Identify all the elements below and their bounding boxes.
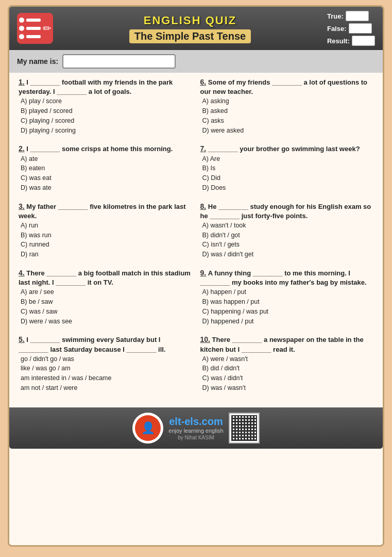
q10-number: 10.: [200, 335, 210, 343]
q6-opt-d: D) were asked: [200, 126, 374, 136]
q8-opt-d: D) was / didn't get: [200, 250, 374, 259]
footer-site: elt-els.com: [168, 416, 223, 428]
question-8: 8. He ________ study enough for his Engl…: [200, 202, 374, 259]
footer-logo-inner: 👤: [135, 415, 161, 441]
q4-opt-b: B) be / saw: [19, 297, 192, 307]
q5-opt-d: am not / start / were: [19, 383, 192, 393]
q4-text: There ________ a big football match in t…: [19, 269, 191, 286]
question-10: 10. There ________ a newspaper on the ta…: [200, 335, 374, 392]
q9-opt-c: C) happening / was put: [200, 307, 374, 317]
q1-opt-a: A) play / score: [19, 96, 192, 106]
footer: 👤 elt-els.com enjoy learning english by …: [9, 407, 383, 449]
question-6: 6. Some of my friends ________ a lot of …: [200, 78, 374, 135]
logo: ✏: [17, 13, 53, 44]
q1-text: I ________ football with my friends in t…: [19, 78, 173, 95]
question-1: 1. I ________ football with my friends i…: [19, 78, 192, 135]
q1-number: 1.: [19, 78, 25, 86]
header-center: ENGLISH QUIZ The Simple Past Tense: [53, 14, 327, 43]
q10-opt-a: A) were / wasn't: [200, 354, 374, 364]
logo-circle-1: [19, 18, 24, 23]
q2-number: 2.: [19, 144, 25, 153]
question-4: 4. There ________ a big football match i…: [19, 269, 192, 326]
q9-number: 9.: [200, 269, 207, 277]
header-scores: True: False: Result:: [327, 11, 375, 46]
q1-opt-c: C) playing / scored: [19, 116, 192, 126]
false-row: False:: [327, 23, 375, 34]
q1-opt-d: D) playing / scoring: [19, 126, 192, 136]
q5-text: I ________ swimming every Saturday but I…: [19, 336, 165, 353]
logo-bar-1: [26, 19, 41, 22]
quiz-title: ENGLISH QUIZ: [58, 14, 322, 27]
result-row: Result:: [327, 36, 375, 46]
q9-text: A funny thing ________ to me this mornin…: [200, 269, 367, 286]
q7-opt-b: B) Is: [200, 163, 374, 173]
quiz-subtitle: The Simple Past Tense: [129, 29, 251, 43]
q6-opt-b: B) asked: [200, 106, 374, 116]
q2-opt-c: C) was eat: [19, 173, 192, 183]
q7-text: ________ your brother go swimming last w…: [208, 145, 360, 153]
q3-text: My father ________ five kilometres in th…: [19, 203, 186, 220]
logo-lines: [19, 18, 41, 39]
result-label: Result:: [327, 37, 350, 45]
main-container: ✏ ENGLISH QUIZ The Simple Past Tense Tru…: [8, 5, 384, 547]
logo-circle-2: [19, 26, 24, 31]
qr-pattern: [231, 415, 257, 441]
footer-author: by Nihat KASIM: [168, 435, 223, 440]
q6-number: 6.: [200, 78, 207, 86]
q7-opt-d: D) Does: [200, 183, 374, 193]
questions-area: 1. I ________ football with my friends i…: [9, 73, 383, 407]
q2-opt-d: D) was ate: [19, 183, 192, 193]
q9-opt-a: A) happen / put: [200, 287, 374, 297]
q4-opt-c: C) was / saw: [19, 307, 192, 317]
q1-opt-b: B) played / scored: [19, 106, 192, 116]
q10-opt-d: D) was / wasn't: [200, 383, 374, 393]
q6-text: Some of my friends ________ a lot of que…: [200, 78, 368, 95]
header: ✏ ENGLISH QUIZ The Simple Past Tense Tru…: [9, 7, 383, 50]
q5-number: 5.: [19, 335, 25, 343]
qr-code: [229, 413, 260, 444]
name-label: My name is:: [17, 57, 58, 65]
q5-opt-a: go / didn't go / was: [19, 354, 192, 364]
logo-circle-3: [19, 34, 24, 39]
footer-tagline: enjoy learning english: [168, 428, 223, 434]
footer-logo: 👤: [132, 413, 163, 444]
true-label: True:: [327, 12, 344, 20]
q3-opt-d: D) ran: [19, 250, 192, 259]
q3-opt-a: A) run: [19, 221, 192, 231]
q5-opt-c: am interested in / was / became: [19, 373, 192, 383]
result-input[interactable]: [352, 36, 375, 46]
person-icon: 👤: [141, 421, 155, 435]
q4-opt-a: A) are / see: [19, 287, 192, 297]
q3-number: 3.: [19, 202, 25, 210]
q3-opt-c: C) runned: [19, 240, 192, 250]
q10-opt-b: B) did / didn't: [200, 364, 374, 373]
q6-opt-c: C) asks: [200, 116, 374, 126]
question-3: 3. My father ________ five kilometres in…: [19, 202, 192, 259]
q2-opt-a: A) ate: [19, 154, 192, 164]
pencil-icon: ✏: [43, 22, 52, 35]
q7-opt-a: A) Are: [200, 154, 374, 164]
q7-number: 7.: [200, 144, 207, 153]
logo-bar-3: [26, 35, 41, 38]
name-input[interactable]: [62, 54, 176, 69]
q10-text: There ________ a newspaper on the table …: [200, 336, 364, 353]
false-label: False:: [327, 25, 347, 32]
q2-opt-b: B) eaten: [19, 163, 192, 173]
question-2: 2. I ________ some crisps at home this m…: [19, 144, 192, 192]
q9-opt-b: B) was happen / put: [200, 297, 374, 307]
q8-opt-a: A) wasn't / took: [200, 221, 374, 231]
q6-opt-a: A) asking: [200, 96, 374, 106]
q8-text: He ________ study enough for his English…: [200, 203, 371, 220]
false-input[interactable]: [349, 23, 372, 34]
q7-opt-c: C) Did: [200, 173, 374, 183]
right-column: 6. Some of my friends ________ a lot of …: [196, 78, 378, 402]
q3-opt-b: B) was run: [19, 231, 192, 240]
true-row: True:: [327, 11, 375, 21]
q9-opt-d: D) happened / put: [200, 317, 374, 326]
q10-opt-c: C) was / didn't: [200, 373, 374, 383]
q4-opt-d: D) were / was see: [19, 317, 192, 326]
true-input[interactable]: [346, 11, 369, 21]
question-5: 5. I ________ swimming every Saturday bu…: [19, 335, 192, 392]
question-7: 7. ________ your brother go swimming las…: [200, 144, 374, 192]
q2-text: I ________ some crisps at home this morn…: [26, 145, 173, 153]
